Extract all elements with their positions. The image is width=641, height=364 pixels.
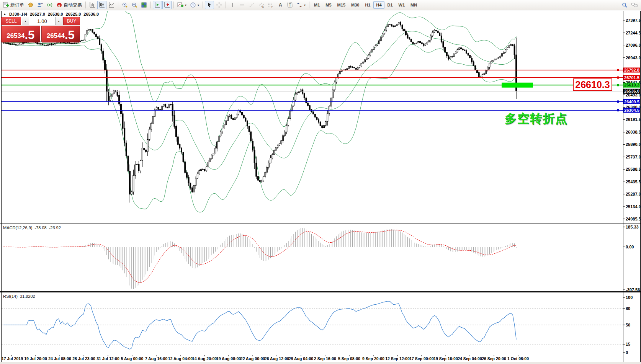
line-handle[interactable] xyxy=(617,69,619,71)
price-chart[interactable]: 27397.527244.527096.026943.026641.526493… xyxy=(0,0,641,364)
timeframe-m5-button[interactable]: M5 xyxy=(323,1,334,9)
timeframe-m15-button[interactable]: M15 xyxy=(335,1,348,9)
sell-price-panel[interactable]: 26534.5 xyxy=(1,26,40,42)
timeframe-h1-button[interactable]: H1 xyxy=(362,1,373,9)
chart-shift-icon xyxy=(164,2,170,8)
zoom-out-icon xyxy=(131,2,137,8)
chat-button[interactable] xyxy=(630,1,639,9)
bar-chart-button[interactable] xyxy=(88,1,97,9)
timeframe-w1-button[interactable]: W1 xyxy=(396,1,408,9)
price-axis-tick: 25588.5 xyxy=(626,167,641,171)
new-order-button[interactable]: 新订单 xyxy=(2,1,26,9)
arrows-button[interactable]: ▾ xyxy=(295,1,307,9)
periods-button[interactable]: ▾ xyxy=(188,1,201,9)
timeframe-m1-button[interactable]: M1 xyxy=(311,1,322,9)
buy-button[interactable]: BUY xyxy=(63,17,80,25)
timeframe-m30-button[interactable]: M30 xyxy=(348,1,362,9)
time-axis-label: 26 Sep 20:00 xyxy=(482,356,506,361)
time-axis-label: 17 Jul 2019 xyxy=(2,356,23,361)
auto-trading-icon xyxy=(56,2,62,8)
price-callout-box[interactable]: 26610.3 xyxy=(573,78,612,91)
price-axis-tick: 27244.5 xyxy=(626,31,641,35)
price-axis-tick: 24985.5 xyxy=(626,217,641,221)
ohlc-high: 26538.0 xyxy=(48,12,63,16)
chart-symbol: DJ30-.H4 xyxy=(9,12,27,16)
time-axis-label: 24 Jul 08:00 xyxy=(48,356,71,361)
line-handle[interactable] xyxy=(617,100,619,103)
vertical-line-icon xyxy=(229,2,235,8)
zoom-in-button[interactable] xyxy=(120,1,129,9)
sell-button[interactable]: SELL xyxy=(1,17,21,25)
signals-button[interactable] xyxy=(45,1,54,9)
timeframe-d1-button[interactable]: D1 xyxy=(385,1,396,9)
macd-axis-tick: 0.00 xyxy=(626,245,634,249)
time-axis-label: 31 Jul 12:00 xyxy=(96,356,119,361)
buy-price-panel[interactable]: 26544.5 xyxy=(41,26,80,42)
svg-text:T: T xyxy=(289,3,291,7)
price-tag-value: 26409.5 xyxy=(624,100,639,104)
channel-icon: E xyxy=(258,2,264,8)
timeframe-h4-button[interactable]: H4 xyxy=(373,1,384,9)
gem-button[interactable] xyxy=(26,1,35,9)
svg-text:E: E xyxy=(262,6,264,8)
horizontal-line-button[interactable] xyxy=(237,1,247,9)
text-button[interactable]: A xyxy=(276,1,285,9)
price-axis-tick: 27397.5 xyxy=(626,18,641,23)
horizontal-line-icon xyxy=(239,2,245,8)
price-axis-tick: 26038.5 xyxy=(626,130,641,134)
channel-button[interactable]: E xyxy=(257,1,266,9)
clock-icon xyxy=(190,2,196,8)
volume-input[interactable]: 1.00 xyxy=(29,17,55,25)
line-handle[interactable] xyxy=(617,109,619,111)
time-axis-label: 12 Aug 04:00 xyxy=(168,356,193,361)
auto-scroll-button[interactable] xyxy=(153,1,162,9)
time-axis-label: 12 Sep 12:00 xyxy=(385,356,410,361)
macd-axis-tick: -397.56 xyxy=(626,287,640,292)
trendline-button[interactable] xyxy=(247,1,256,9)
price-axis-tick: 26191.5 xyxy=(626,117,641,122)
time-axis-label: 9 Sep 20:00 xyxy=(362,356,384,361)
volume-stepper: ▾ 1.00 ▴ xyxy=(22,17,62,25)
profile-button[interactable] xyxy=(36,1,45,9)
rsi-axis-tick: 100 xyxy=(626,295,633,300)
fibonacci-button[interactable]: F xyxy=(266,1,275,9)
new-order-label: 新订单 xyxy=(10,2,24,8)
line-handle[interactable] xyxy=(617,77,619,79)
one-click-trading-widget: SELL ▾ 1.00 ▴ BUY 26534.5 26544.5 xyxy=(1,17,80,42)
buy-price-main: 26544 xyxy=(47,31,65,41)
highlight-zone[interactable] xyxy=(502,83,533,88)
bar-chart-icon xyxy=(89,2,95,8)
time-axis-label: 29 Aug 04:00 xyxy=(289,356,314,361)
vertical-line-button[interactable] xyxy=(228,1,237,9)
auto-trading-button[interactable]: 自动交易 xyxy=(55,1,83,9)
timeframe-mn-button[interactable]: MN xyxy=(408,1,420,9)
time-axis-label: 14 Aug 20:00 xyxy=(192,356,217,361)
fibonacci-icon: F xyxy=(268,2,274,8)
tile-windows-button[interactable] xyxy=(139,1,149,9)
time-axis-label: 28 Jul 23:00 xyxy=(72,356,95,361)
crosshair-button[interactable] xyxy=(214,1,224,9)
price-axis-tick: 25890.0 xyxy=(626,142,641,147)
line-handle[interactable] xyxy=(617,84,619,86)
zoom-out-button[interactable] xyxy=(130,1,139,9)
indicators-button[interactable]: ▾ xyxy=(176,1,188,9)
collapse-trade-panel-icon[interactable]: ▲ xyxy=(3,12,7,16)
gem-icon xyxy=(28,2,34,8)
cursor-button[interactable] xyxy=(205,1,214,9)
search-button[interactable] xyxy=(620,1,629,9)
time-axis-label: 26 Aug 12:00 xyxy=(265,356,289,361)
volume-increase-button[interactable]: ▴ xyxy=(55,17,62,25)
toolbar-separator xyxy=(173,2,174,8)
new-order-icon xyxy=(3,2,9,8)
volume-decrease-button[interactable]: ▾ xyxy=(22,17,29,25)
svg-text:A: A xyxy=(279,2,282,8)
text-label-button[interactable]: T xyxy=(285,1,294,9)
text-label-icon: T xyxy=(287,2,293,8)
price-axis-tick: 26943.0 xyxy=(626,55,641,60)
price-axis-tick: 27096.0 xyxy=(626,43,641,47)
chart-shift-button[interactable] xyxy=(162,1,172,9)
line-chart-button[interactable] xyxy=(107,1,116,9)
candlestick-chart-button[interactable] xyxy=(97,1,106,9)
time-axis-label: 1 Oct 08:00 xyxy=(507,356,529,361)
ohlc-low: 26525.0 xyxy=(66,12,81,16)
